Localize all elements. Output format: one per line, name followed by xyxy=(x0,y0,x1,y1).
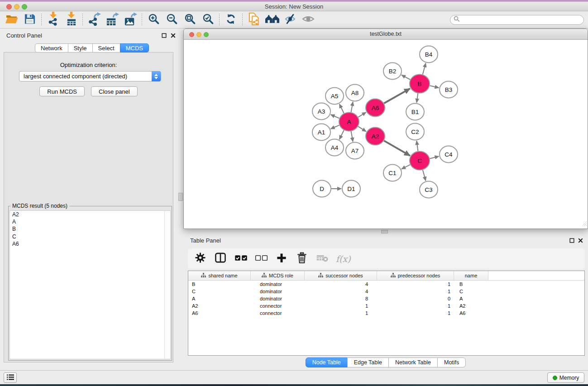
control-panel-float-icon[interactable] xyxy=(162,33,167,38)
node-A8[interactable]: A8 xyxy=(346,85,364,101)
node-A2[interactable]: A2 xyxy=(366,128,385,145)
edge-A-A3[interactable] xyxy=(331,114,339,118)
edge-A-A2[interactable] xyxy=(358,126,366,131)
table-cell[interactable]: A6 xyxy=(454,310,488,316)
edge-A6-B[interactable] xyxy=(384,89,410,104)
table-cell[interactable]: dominator xyxy=(251,296,305,301)
table-cell[interactable]: 1 xyxy=(377,289,454,294)
table-cell[interactable]: 0 xyxy=(377,296,454,301)
export-image-button[interactable] xyxy=(121,12,139,28)
node-A7[interactable]: A7 xyxy=(346,143,364,159)
table-row[interactable]: Adominator80A xyxy=(188,295,584,302)
table-cell[interactable]: B xyxy=(454,281,488,287)
node-A1[interactable]: A1 xyxy=(312,124,330,141)
tab-edge-table[interactable]: Edge Table xyxy=(347,357,389,367)
task-history-button[interactable] xyxy=(4,372,17,383)
network-canvas[interactable]: B4B2BB3A8A5A6A3B1AC2A1A2A4A7C4CC1DD1C3 xyxy=(184,40,588,229)
edge-C-C4[interactable] xyxy=(430,156,439,158)
split-panel-button[interactable] xyxy=(214,251,227,267)
tab-network-table[interactable]: Network Table xyxy=(388,357,438,367)
node-A3[interactable]: A3 xyxy=(312,103,330,120)
table-cell[interactable]: C xyxy=(454,289,488,294)
tab-select[interactable]: Select xyxy=(92,43,120,52)
column-header-shared-name[interactable]: shared name xyxy=(188,271,251,280)
node-table[interactable]: shared nameMCDS rolesuccessor nodesprede… xyxy=(188,271,585,356)
search-input[interactable] xyxy=(462,16,583,24)
column-header-name[interactable]: name xyxy=(454,271,488,280)
table-settings-button[interactable] xyxy=(193,251,207,267)
tab-mcds[interactable]: MCDS xyxy=(120,43,149,52)
table-row[interactable]: A2connector11A2 xyxy=(188,302,584,310)
vertical-split-handle[interactable] xyxy=(178,193,183,201)
node-D1[interactable]: D1 xyxy=(342,181,360,197)
hide-selected-button[interactable] xyxy=(281,12,299,28)
run-mcds-button[interactable]: Run MCDS xyxy=(39,86,85,96)
tab-node-table[interactable]: Node Table xyxy=(306,357,348,367)
mcds-list-scrollbar[interactable] xyxy=(164,211,170,359)
table-cell[interactable]: 4 xyxy=(305,281,377,287)
export-table-button[interactable] xyxy=(103,12,121,28)
houses-button[interactable] xyxy=(263,12,281,28)
node-B[interactable]: B xyxy=(410,75,430,93)
select-all-button[interactable] xyxy=(234,251,248,267)
table-row[interactable]: Bdominator41B xyxy=(188,281,584,288)
edge-B-B4[interactable] xyxy=(423,63,426,75)
table-cell[interactable]: connector xyxy=(251,303,305,309)
mcds-result-item[interactable]: A6 xyxy=(10,240,170,248)
edge-A-A6[interactable] xyxy=(358,112,366,117)
mcds-result-list[interactable]: A2ABCA6 xyxy=(10,210,171,359)
edge-A-A1[interactable] xyxy=(331,125,339,129)
resize-grip-icon[interactable] xyxy=(581,220,587,228)
node-B4[interactable]: B4 xyxy=(420,46,438,63)
zoom-fit-button[interactable] xyxy=(181,12,199,28)
table-panel-close-icon[interactable] xyxy=(578,238,583,243)
network-window-titlebar[interactable]: testGlobe.txt xyxy=(184,29,588,40)
mcds-result-item[interactable]: A xyxy=(10,218,170,225)
column-header-predecessor-nodes[interactable]: predecessor nodes xyxy=(377,271,454,280)
table-cell[interactable]: 8 xyxy=(305,296,377,301)
table-cell[interactable]: 1 xyxy=(377,281,454,287)
edge-C-C2[interactable] xyxy=(416,141,418,151)
export-network-button[interactable] xyxy=(85,12,103,28)
node-B2[interactable]: B2 xyxy=(383,63,402,80)
node-A4[interactable]: A4 xyxy=(325,139,344,156)
column-header-successor-nodes[interactable]: successor nodes xyxy=(305,271,377,280)
column-header-MCDS-role[interactable]: MCDS role xyxy=(251,271,305,280)
table-cell[interactable]: A xyxy=(188,296,251,301)
zoom-in-button[interactable] xyxy=(144,12,163,28)
table-cell[interactable]: 1 xyxy=(305,303,377,309)
node-C4[interactable]: C4 xyxy=(440,146,458,163)
delete-columns-button[interactable] xyxy=(295,251,309,267)
search-field[interactable] xyxy=(450,15,584,25)
memory-button[interactable]: Memory xyxy=(547,372,584,383)
edge-C-C3[interactable] xyxy=(423,170,426,181)
mcds-result-item[interactable]: A2 xyxy=(10,211,170,218)
add-column-button[interactable] xyxy=(275,251,288,267)
node-A[interactable]: A xyxy=(339,113,359,131)
table-cell[interactable]: connector xyxy=(251,310,305,316)
edge-A-A7[interactable] xyxy=(351,131,353,142)
node-A6[interactable]: A6 xyxy=(366,99,385,117)
table-cell[interactable]: 4 xyxy=(305,289,377,294)
import-network-button[interactable] xyxy=(44,12,62,28)
table-row[interactable]: Cdominator41C xyxy=(188,288,584,295)
node-C2[interactable]: C2 xyxy=(406,124,424,140)
node-C3[interactable]: C3 xyxy=(420,181,438,198)
network-graph[interactable]: B4B2BB3A8A5A6A3B1AC2A1A2A4A7C4CC1DD1C3 xyxy=(184,40,588,229)
node-A5[interactable]: A5 xyxy=(325,88,344,105)
apply-layout-button[interactable] xyxy=(222,12,240,28)
tab-network[interactable]: Network xyxy=(35,43,68,52)
edge-B-B1[interactable] xyxy=(417,93,418,103)
edge-A-A4[interactable] xyxy=(339,130,344,139)
import-table-button[interactable] xyxy=(62,12,80,28)
node-B1[interactable]: B1 xyxy=(406,104,424,120)
table-cell[interactable]: A6 xyxy=(188,310,251,316)
edge-B-B3[interactable] xyxy=(430,86,439,88)
table-cell[interactable]: A xyxy=(454,296,488,301)
table-cell[interactable]: A2 xyxy=(188,303,251,309)
horizontal-split-handle[interactable] xyxy=(381,230,388,234)
table-cell[interactable]: dominator xyxy=(251,281,305,287)
node-C1[interactable]: C1 xyxy=(383,165,402,181)
save-session-button[interactable] xyxy=(21,12,39,28)
edge-C-C1[interactable] xyxy=(402,165,410,169)
